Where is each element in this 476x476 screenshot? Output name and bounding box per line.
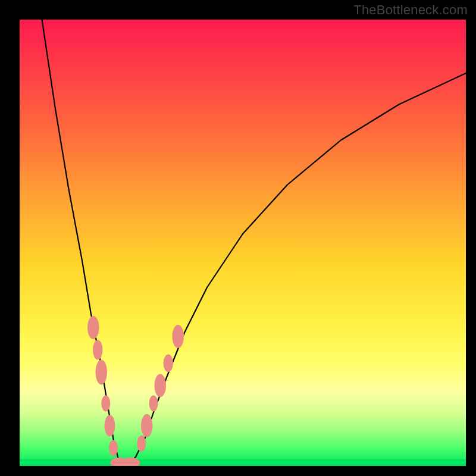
- highlight-dot: [137, 436, 146, 452]
- chart-frame: TheBottleneck.com: [0, 0, 476, 476]
- highlight-dot: [173, 325, 184, 348]
- highlight-dot: [109, 440, 118, 456]
- highlight-dot: [141, 414, 153, 437]
- highlight-dot: [93, 340, 103, 360]
- highlight-dot: [87, 316, 99, 339]
- highlight-dot: [149, 396, 158, 412]
- bottom-band: [20, 459, 466, 466]
- highlight-dot: [105, 415, 115, 437]
- highlight-dot: [101, 396, 110, 412]
- plot-area: [20, 20, 466, 466]
- highlight-dot: [96, 360, 108, 385]
- attribution-text: TheBottleneck.com: [353, 2, 468, 18]
- chart-svg: [20, 20, 466, 466]
- highlight-dot: [164, 355, 174, 372]
- highlight-dot: [155, 374, 167, 397]
